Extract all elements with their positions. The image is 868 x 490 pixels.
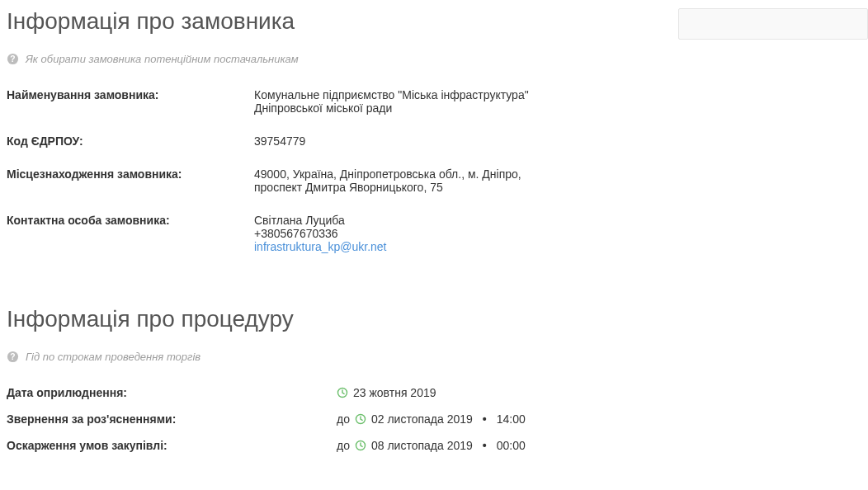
- label-edrpou: Код ЄДРПОУ:: [7, 134, 254, 167]
- label-publication-date: Дата оприлюднення:: [7, 386, 337, 412]
- contact-name: Світлана Луциба: [254, 214, 535, 227]
- hint-text: Як обирати замовника потенційним постача…: [26, 53, 299, 65]
- value-appeal-date: 08 листопада 2019: [371, 439, 473, 452]
- customer-info-table: Найменування замовника: Комунальне підпр…: [7, 88, 535, 273]
- contact-email-link[interactable]: infrastruktura_kp@ukr.net: [254, 240, 535, 253]
- procedure-info-table: Дата оприлюднення: 23 жовтня 2019 Зверне…: [7, 386, 526, 465]
- contact-phone: +380567670336: [254, 227, 535, 240]
- value-clarification-time: 14:00: [497, 412, 526, 426]
- svg-text:?: ?: [10, 352, 15, 361]
- question-circle-icon: ?: [7, 53, 19, 65]
- hint-text: Гід по строкам проведення торгів: [26, 351, 200, 363]
- side-panel-placeholder: [678, 8, 868, 40]
- section-title-procedure: Інформація про процедуру: [7, 306, 868, 332]
- value-contact: Світлана Луциба +380567670336 infrastruk…: [254, 214, 535, 273]
- hint-customer[interactable]: ? Як обирати замовника потенційним поста…: [7, 53, 868, 65]
- until-text: до: [337, 439, 350, 452]
- value-location: 49000, Україна, Дніпропетровська обл., м…: [254, 167, 535, 214]
- separator-dot: •: [478, 439, 492, 452]
- until-text: до: [337, 412, 350, 426]
- svg-text:?: ?: [10, 54, 15, 64]
- value-publication-date: 23 жовтня 2019: [353, 386, 436, 399]
- label-appeal: Оскарження умов закупівлі:: [7, 439, 337, 465]
- value-edrpou: 39754779: [254, 134, 535, 167]
- clock-icon: [337, 387, 348, 398]
- label-customer-name: Найменування замовника:: [7, 88, 254, 134]
- value-appeal-time: 00:00: [497, 439, 526, 452]
- label-location: Місцезнаходження замовника:: [7, 167, 254, 214]
- clock-icon: [355, 413, 366, 425]
- value-clarification-date: 02 листопада 2019: [371, 412, 473, 426]
- separator-dot: •: [478, 412, 492, 426]
- value-customer-name: Комунальне підприємство "Міська інфрастр…: [254, 88, 535, 134]
- question-circle-icon: ?: [7, 351, 19, 363]
- clock-icon: [355, 440, 366, 451]
- hint-procedure[interactable]: ? Гід по строкам проведення торгів: [7, 351, 868, 363]
- label-clarification: Звернення за роз'ясненнями:: [7, 412, 337, 439]
- label-contact: Контактна особа замовника:: [7, 214, 254, 273]
